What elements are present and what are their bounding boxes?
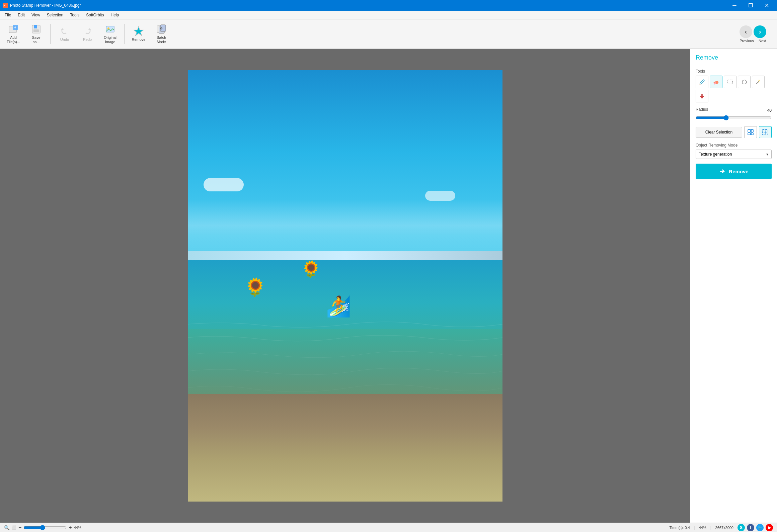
window-controls: ─ ❐ ✕: [727, 0, 774, 11]
original-image-button[interactable]: OriginalImage: [99, 21, 121, 47]
svg-line-25: [758, 81, 759, 81]
batch-mode-button[interactable]: ⚙ BatchMode: [151, 21, 172, 47]
navigation-group: ‹ › Previous Next: [740, 25, 766, 43]
main-layout: 🏄 🌻 🌻 Remove Tools: [0, 49, 777, 523]
smart-select-icon: [762, 129, 769, 136]
remove-action-button[interactable]: Remove: [696, 164, 772, 179]
eraser-tool-button[interactable]: [710, 76, 722, 88]
redo-label: Redo: [83, 37, 92, 42]
facebook-icon[interactable]: f: [747, 524, 754, 531]
minimize-button[interactable]: ─: [727, 0, 742, 11]
removing-mode-label: Object Removing Mode: [696, 143, 772, 148]
svg-rect-32: [751, 129, 753, 132]
zoom-minus[interactable]: −: [18, 525, 21, 531]
magic-wand-icon: [755, 79, 762, 85]
radius-slider[interactable]: [696, 115, 772, 120]
brush-tool-button[interactable]: [696, 76, 708, 88]
undo-label: Undo: [60, 37, 69, 42]
restore-button[interactable]: ❐: [743, 0, 758, 11]
panel-title: Remove: [696, 54, 772, 64]
social-icons: S f 🐦 ▶: [737, 524, 773, 531]
removing-mode-section: Object Removing Mode Texture generation …: [696, 143, 772, 159]
cloud-left: [204, 178, 244, 191]
remove-arrow-icon: [719, 168, 726, 175]
radius-row: Radius 40: [696, 107, 772, 114]
removing-mode-select[interactable]: Texture generation Surrounding pixels In…: [696, 150, 772, 159]
zoom-controls: 🔍 ⬜ − + 44%: [4, 525, 81, 531]
svg-rect-31: [748, 133, 751, 135]
separator-status-2: |: [710, 526, 711, 530]
right-panel: Remove Tools: [690, 49, 777, 523]
youtube-icon[interactable]: ▶: [766, 524, 773, 531]
texture-generation-dropdown: Texture generation Surrounding pixels In…: [696, 150, 772, 159]
horizon-haze: [188, 199, 502, 251]
zoom-slider[interactable]: [23, 525, 67, 530]
softorbits-icon[interactable]: S: [737, 524, 745, 531]
remove-toolbar-label: Remove: [132, 37, 146, 42]
menu-view[interactable]: View: [28, 12, 44, 18]
redo-button[interactable]: Redo: [77, 21, 98, 47]
menu-softorbits[interactable]: SoftOrbits: [83, 12, 107, 18]
previous-label: Previous: [740, 39, 754, 43]
eraser-icon: [713, 79, 719, 85]
stamp-tool-button[interactable]: [696, 90, 708, 102]
zoom-percent: 44%: [74, 526, 81, 530]
nav-labels: Previous Next: [740, 39, 766, 43]
remove-icon: [133, 26, 144, 36]
undo-button[interactable]: Undo: [54, 21, 75, 47]
svg-rect-29: [701, 94, 703, 96]
main-scene: 🏄 🌻 🌻: [188, 70, 502, 502]
lasso-tool-button[interactable]: [738, 76, 751, 88]
brush-icon: [699, 79, 705, 85]
svg-rect-30: [748, 129, 751, 132]
image-container: 🏄 🌻 🌻: [0, 49, 690, 523]
batch-mode-label: BatchMode: [157, 35, 166, 44]
menu-edit[interactable]: Edit: [14, 12, 28, 18]
previous-button[interactable]: ‹: [740, 25, 752, 38]
selection-mode-2-button[interactable]: [759, 126, 772, 138]
svg-marker-9: [88, 28, 91, 30]
redo-icon: [82, 26, 93, 36]
rect-select-icon: [727, 79, 733, 85]
twitter-icon[interactable]: 🐦: [756, 524, 764, 531]
svg-text:⚙: ⚙: [160, 27, 163, 30]
remove-button-toolbar[interactable]: Remove: [128, 21, 149, 47]
add-files-button[interactable]: + AddFile(s)...: [3, 21, 24, 47]
lasso-icon: [741, 79, 748, 85]
menu-tools[interactable]: Tools: [67, 12, 83, 18]
separator-status: |: [694, 526, 695, 530]
svg-rect-7: [33, 29, 39, 32]
fit-window-icon: [747, 129, 754, 136]
clear-selection-button[interactable]: Clear Selection: [696, 127, 742, 138]
stamp-emoji-1: 🌻: [244, 277, 266, 297]
radius-value: 40: [767, 108, 772, 113]
svg-rect-21: [728, 80, 732, 84]
nav-arrows: ‹ ›: [740, 25, 766, 38]
menu-file[interactable]: File: [1, 12, 14, 18]
statusbar: 🔍 ⬜ − + 44% Time (s): 0.4 | 44% | 2667x2…: [0, 523, 777, 532]
window-title: Photo Stamp Remover - IMG_0486.jpg*: [10, 3, 727, 8]
zoom-level-display: 44%: [699, 526, 706, 530]
menubar: File Edit View Selection Tools SoftOrbit…: [0, 11, 777, 19]
add-files-icon: +: [8, 24, 19, 34]
canvas-area[interactable]: 🏄 🌻 🌻: [0, 49, 690, 523]
menu-help[interactable]: Help: [107, 12, 123, 18]
radius-section: Radius 40: [696, 107, 772, 121]
dimensions-display: 2667x2000: [715, 526, 733, 530]
zoom-plus[interactable]: +: [69, 525, 72, 531]
save-as-button[interactable]: Saveas...: [25, 21, 47, 47]
close-button[interactable]: ✕: [759, 0, 774, 11]
selection-mode-1-button[interactable]: [744, 126, 757, 138]
next-button[interactable]: ›: [754, 25, 766, 38]
add-files-label: AddFile(s)...: [7, 35, 20, 44]
svg-marker-8: [61, 28, 64, 30]
rect-select-tool-button[interactable]: [724, 76, 736, 88]
radius-label: Radius: [696, 107, 708, 112]
titlebar: P Photo Stamp Remover - IMG_0486.jpg* ─ …: [0, 0, 777, 11]
water-ripples: [188, 307, 502, 441]
magic-wand-button[interactable]: [752, 76, 765, 88]
remove-btn-label: Remove: [729, 169, 748, 174]
menu-selection[interactable]: Selection: [44, 12, 67, 18]
zoom-icon[interactable]: 🔍: [4, 525, 10, 530]
svg-rect-33: [751, 133, 753, 135]
